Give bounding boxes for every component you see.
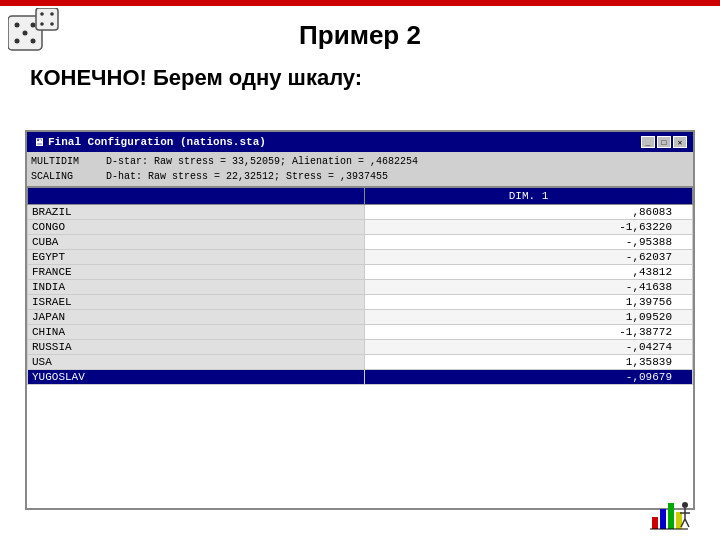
svg-point-8 <box>50 12 54 16</box>
window-icon: 🖥 <box>33 136 44 149</box>
close-button[interactable]: ✕ <box>673 136 687 148</box>
data-table: DIM. 1 BRAZIL,86083CONGO-1,63220CUBA-,95… <box>27 187 693 385</box>
value-cell: -1,63220 <box>365 220 693 235</box>
svg-rect-12 <box>660 509 666 529</box>
table-row: CHINA-1,38772 <box>28 325 693 340</box>
svg-rect-11 <box>652 517 658 529</box>
minimize-button[interactable]: _ <box>641 136 655 148</box>
maximize-button[interactable]: □ <box>657 136 671 148</box>
stress-info: MULTIDIM D-star: Raw stress = 33,52059; … <box>27 152 693 187</box>
table-row: INDIA-,41638 <box>28 280 693 295</box>
scaling-label: SCALING <box>31 169 106 184</box>
country-cell: BRAZIL <box>28 205 365 220</box>
country-cell: USA <box>28 355 365 370</box>
table-row: USA1,35839 <box>28 355 693 370</box>
value-cell: -,04274 <box>365 340 693 355</box>
country-cell: CUBA <box>28 235 365 250</box>
col-country <box>28 188 365 205</box>
country-cell: CHINA <box>28 325 365 340</box>
svg-line-20 <box>685 519 689 527</box>
value-cell: 1,35839 <box>365 355 693 370</box>
country-cell: FRANCE <box>28 265 365 280</box>
data-table-wrapper[interactable]: DIM. 1 BRAZIL,86083CONGO-1,63220CUBA-,95… <box>27 187 693 503</box>
value-cell: -,62037 <box>365 250 693 265</box>
page-title: Пример 2 <box>0 20 720 51</box>
value-cell: -1,38772 <box>365 325 693 340</box>
table-row: JAPAN1,09520 <box>28 310 693 325</box>
country-cell: ISRAEL <box>28 295 365 310</box>
value-cell: -,95388 <box>365 235 693 250</box>
col-dim1: DIM. 1 <box>365 188 693 205</box>
table-row: ISRAEL1,39756 <box>28 295 693 310</box>
table-row: RUSSIA-,04274 <box>28 340 693 355</box>
svg-point-1 <box>15 23 20 28</box>
value-cell: 1,39756 <box>365 295 693 310</box>
country-cell: EGYPT <box>28 250 365 265</box>
results-window: 🖥 Final Configuration (nations.sta) _ □ … <box>25 130 695 510</box>
stress-line1: D-star: Raw stress = 33,52059; Alienatio… <box>106 154 418 169</box>
svg-point-10 <box>50 22 54 26</box>
stress-label: MULTIDIM <box>31 154 106 169</box>
country-cell: JAPAN <box>28 310 365 325</box>
country-cell: YUGOSLAV <box>28 370 365 385</box>
value-cell: -,09679 <box>365 370 693 385</box>
country-cell: RUSSIA <box>28 340 365 355</box>
value-cell: -,41638 <box>365 280 693 295</box>
svg-point-4 <box>15 39 20 44</box>
table-row: CONGO-1,63220 <box>28 220 693 235</box>
svg-point-7 <box>40 12 44 16</box>
svg-rect-13 <box>668 503 674 529</box>
top-bar <box>0 0 720 6</box>
svg-point-3 <box>31 39 36 44</box>
table-row: CUBA-,95388 <box>28 235 693 250</box>
country-cell: CONGO <box>28 220 365 235</box>
stress-line2: D-hat: Raw stress = 22,32512; Stress = ,… <box>106 169 388 184</box>
svg-point-2 <box>23 31 28 36</box>
table-row: YUGOSLAV-,09679 <box>28 370 693 385</box>
svg-point-5 <box>31 23 36 28</box>
stats-icon <box>650 497 690 532</box>
table-row: EGYPT-,62037 <box>28 250 693 265</box>
svg-point-16 <box>682 502 688 508</box>
value-cell: ,86083 <box>365 205 693 220</box>
window-controls[interactable]: _ □ ✕ <box>641 136 687 148</box>
window-titlebar: 🖥 Final Configuration (nations.sta) _ □ … <box>27 132 693 152</box>
svg-point-9 <box>40 22 44 26</box>
page-subtitle: КОНЕЧНО! Берем одну шкалу: <box>30 65 720 91</box>
bottom-icons <box>650 497 690 532</box>
svg-rect-6 <box>36 8 58 30</box>
table-row: BRAZIL,86083 <box>28 205 693 220</box>
table-row: FRANCE,43812 <box>28 265 693 280</box>
value-cell: ,43812 <box>365 265 693 280</box>
country-cell: INDIA <box>28 280 365 295</box>
window-title: 🖥 Final Configuration (nations.sta) <box>33 136 266 149</box>
dice-icon <box>8 8 63 58</box>
value-cell: 1,09520 <box>365 310 693 325</box>
